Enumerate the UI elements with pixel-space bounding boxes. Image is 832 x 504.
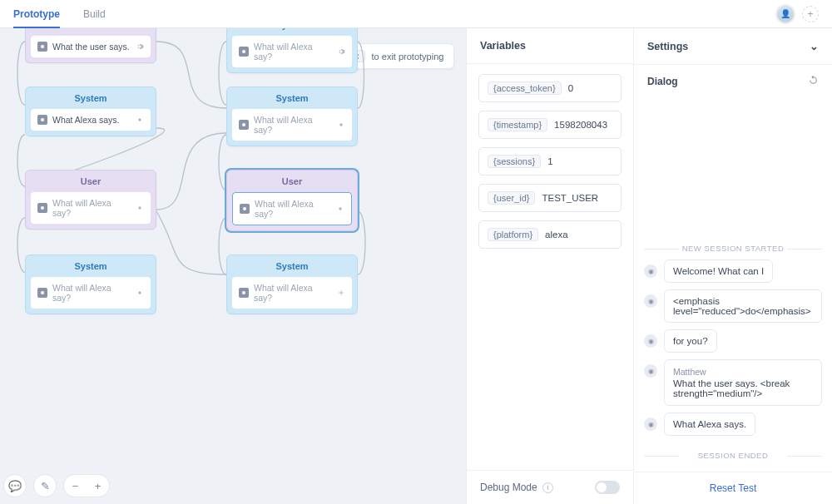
comment-button[interactable]: 💬 bbox=[3, 474, 27, 497]
variable-name: {sessions} bbox=[488, 155, 541, 168]
debug-toggle[interactable] bbox=[595, 481, 620, 494]
session-end-divider: SESSION ENDED bbox=[644, 451, 822, 460]
topbar-right: 👤 + bbox=[775, 4, 819, 24]
bot-icon: ◉ bbox=[644, 294, 657, 308]
bot-icon: ◉ bbox=[644, 264, 657, 278]
user-message-row: ◉ Matthew What the user says. <break str… bbox=[644, 359, 822, 406]
bot-icon: ◉ bbox=[644, 364, 657, 378]
tab-build[interactable]: Build bbox=[83, 0, 106, 28]
node-body[interactable]: What Alexa says. bbox=[31, 109, 151, 131]
speak-icon bbox=[37, 288, 47, 298]
panel-title: Variables bbox=[480, 40, 526, 52]
variable-name: {access_token} bbox=[488, 82, 562, 95]
gear-icon[interactable] bbox=[337, 121, 345, 129]
variable-row[interactable]: {timestamp} 1598208043 bbox=[478, 111, 622, 139]
node-body[interactable]: What will Alexa say? bbox=[31, 192, 151, 224]
variable-value: alexa bbox=[545, 230, 568, 240]
speak-icon bbox=[37, 203, 47, 213]
node-text: What will Alexa say? bbox=[254, 115, 332, 135]
debug-label: Debug Mode bbox=[480, 482, 537, 493]
variable-value: TEST_USER bbox=[542, 193, 598, 203]
node-body[interactable]: What will Alexa say? bbox=[31, 277, 151, 309]
flow-node-system[interactable]: System What will Alexa say? bbox=[226, 254, 358, 314]
node-label: System bbox=[227, 87, 357, 109]
bot-message-row: ◉ <emphasis level="reduced">do</emphasis… bbox=[644, 289, 822, 323]
message-bubble: Matthew What the user says. <break stren… bbox=[664, 359, 822, 406]
variable-row[interactable]: {sessions} 1 bbox=[478, 147, 622, 175]
topbar: Prototype Build 👤 + bbox=[0, 0, 832, 28]
node-body[interactable]: What will Alexa say? bbox=[232, 109, 352, 141]
edit-button[interactable]: ✎ bbox=[33, 474, 57, 497]
gear-icon[interactable] bbox=[336, 205, 344, 213]
variable-row[interactable]: {access_token} 0 bbox=[478, 74, 622, 102]
flow-node-system[interactable]: System What will Alexa say? bbox=[226, 28, 358, 73]
settings-panel-header[interactable]: Settings ⌄ bbox=[634, 28, 832, 65]
node-text: What Alexa says. bbox=[52, 115, 120, 125]
flow-canvas[interactable]: esc to exit prototyping User What the us… bbox=[0, 28, 466, 504]
panel-title: Dialog bbox=[647, 76, 678, 87]
flow-node-user-selected[interactable]: User What will Alexa say? bbox=[226, 170, 358, 231]
chevron-down-icon: ⌄ bbox=[810, 40, 819, 52]
message-bubble: Welcome! What can I bbox=[664, 259, 773, 283]
speak-icon bbox=[37, 115, 47, 125]
flow-node-system[interactable]: System What will Alexa say? bbox=[226, 86, 358, 146]
add-icon[interactable] bbox=[337, 289, 345, 297]
variable-name: {platform} bbox=[488, 228, 538, 241]
refresh-icon[interactable] bbox=[808, 75, 819, 88]
node-body[interactable]: What will Alexa say? bbox=[232, 36, 352, 67]
message-bubble: <emphasis level="reduced">do</emphasis> bbox=[664, 289, 822, 323]
reset-test-button[interactable]: Reset Test bbox=[634, 472, 832, 504]
variable-name: {timestamp} bbox=[488, 118, 547, 131]
variable-name: {user_id} bbox=[488, 191, 535, 205]
gear-icon[interactable] bbox=[136, 289, 144, 297]
flow-node-user[interactable]: User What the user says. bbox=[25, 28, 156, 63]
add-collaborator-button[interactable]: + bbox=[802, 6, 819, 22]
flow-node-system[interactable]: System What will Alexa say? bbox=[25, 254, 156, 314]
node-text: What the user says. bbox=[52, 42, 130, 52]
canvas-actions: 💬 ✎ − + bbox=[3, 474, 110, 497]
speak-icon bbox=[37, 42, 47, 52]
speak-icon bbox=[240, 204, 250, 214]
avatar[interactable]: 👤 bbox=[775, 4, 795, 24]
gear-icon[interactable] bbox=[337, 47, 345, 56]
zoom-control: − + bbox=[63, 474, 110, 497]
message-bubble: for you? bbox=[664, 329, 717, 353]
bot-message-row: ◉ What Alexa says. bbox=[644, 413, 822, 436]
speaker-name: Matthew bbox=[673, 367, 813, 377]
node-text: What will Alexa say? bbox=[254, 42, 332, 62]
node-text: What will Alexa say? bbox=[52, 283, 131, 303]
session-start-divider: NEW SESSION STARTED bbox=[644, 244, 822, 253]
node-label: System bbox=[26, 87, 156, 109]
variable-value: 1 bbox=[547, 156, 552, 166]
dialog-panel-header: Dialog bbox=[634, 65, 832, 98]
node-body[interactable]: What the user says. bbox=[31, 36, 151, 57]
tab-prototype[interactable]: Prototype bbox=[13, 0, 60, 28]
node-body[interactable]: What will Alexa say? bbox=[232, 277, 352, 309]
variable-value: 1598208043 bbox=[554, 120, 607, 130]
bot-message-row: ◉ Welcome! What can I bbox=[644, 259, 822, 283]
node-label: User bbox=[26, 170, 156, 192]
variables-list: {access_token} 0 {timestamp} 1598208043 … bbox=[467, 64, 633, 259]
variable-value: 0 bbox=[568, 83, 573, 93]
message-text: What the user says. <break strength="med… bbox=[673, 378, 790, 398]
gear-icon[interactable] bbox=[136, 116, 144, 124]
zoom-in-button[interactable]: + bbox=[90, 480, 106, 492]
gear-icon[interactable] bbox=[136, 42, 144, 51]
flow-node-user[interactable]: User What will Alexa say? bbox=[25, 170, 156, 230]
speak-icon bbox=[239, 120, 249, 130]
node-label: User bbox=[26, 28, 156, 36]
variable-row[interactable]: {platform} alexa bbox=[478, 220, 622, 249]
speak-icon bbox=[239, 288, 249, 298]
debug-bar: Debug Mode i bbox=[467, 470, 633, 504]
dialog-transcript[interactable]: NEW SESSION STARTED ◉ Welcome! What can … bbox=[634, 98, 832, 472]
bot-icon: ◉ bbox=[644, 418, 657, 431]
speak-icon bbox=[239, 47, 249, 57]
node-body[interactable]: What will Alexa say? bbox=[232, 192, 352, 225]
zoom-out-button[interactable]: − bbox=[67, 480, 84, 492]
flow-node-system[interactable]: System What Alexa says. bbox=[25, 86, 156, 136]
variable-row[interactable]: {user_id} TEST_USER bbox=[478, 184, 622, 212]
info-icon[interactable]: i bbox=[542, 482, 553, 493]
gear-icon[interactable] bbox=[136, 204, 144, 212]
bot-icon: ◉ bbox=[644, 334, 657, 348]
node-label: System bbox=[227, 28, 357, 36]
